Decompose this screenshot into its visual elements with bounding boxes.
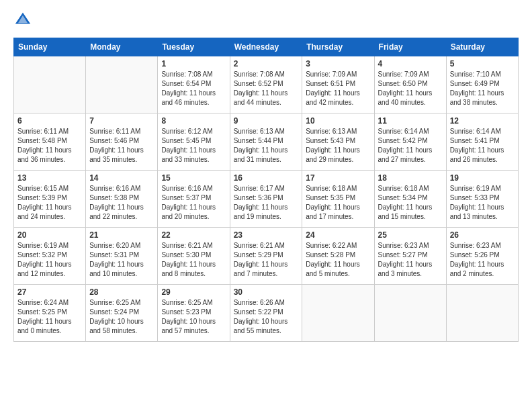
calendar-cell (14, 56, 86, 113)
day-info: Sunrise: 6:25 AM Sunset: 5:24 PM Dayligh… (89, 298, 154, 336)
calendar-cell: 22Sunrise: 6:21 AM Sunset: 5:30 PM Dayli… (158, 228, 230, 285)
calendar-cell: 14Sunrise: 6:16 AM Sunset: 5:38 PM Dayli… (86, 171, 158, 228)
day-number: 7 (89, 116, 154, 126)
calendar-cell: 13Sunrise: 6:15 AM Sunset: 5:39 PM Dayli… (14, 171, 86, 228)
calendar-header-wednesday: Wednesday (230, 38, 302, 56)
day-number: 27 (17, 287, 82, 297)
calendar-cell (86, 56, 158, 113)
day-info: Sunrise: 6:25 AM Sunset: 5:23 PM Dayligh… (161, 298, 226, 336)
calendar-header-thursday: Thursday (302, 38, 374, 56)
calendar-cell: 7Sunrise: 6:11 AM Sunset: 5:46 PM Daylig… (86, 113, 158, 171)
calendar-header-row: SundayMondayTuesdayWednesdayThursdayFrid… (14, 38, 519, 56)
calendar-cell: 4Sunrise: 7:09 AM Sunset: 6:50 PM Daylig… (374, 56, 446, 113)
calendar-cell (302, 285, 374, 342)
calendar-cell: 6Sunrise: 6:11 AM Sunset: 5:48 PM Daylig… (14, 113, 86, 171)
day-info: Sunrise: 6:17 AM Sunset: 5:36 PM Dayligh… (234, 184, 299, 222)
day-info: Sunrise: 6:22 AM Sunset: 5:28 PM Dayligh… (306, 241, 370, 279)
day-number: 13 (17, 173, 82, 183)
calendar-cell: 12Sunrise: 6:14 AM Sunset: 5:41 PM Dayli… (446, 113, 518, 171)
day-info: Sunrise: 6:24 AM Sunset: 5:25 PM Dayligh… (17, 298, 82, 336)
day-number: 20 (17, 230, 82, 240)
day-info: Sunrise: 7:08 AM Sunset: 6:54 PM Dayligh… (161, 70, 226, 107)
calendar-cell: 1Sunrise: 7:08 AM Sunset: 6:54 PM Daylig… (158, 56, 230, 113)
day-number: 14 (89, 173, 154, 183)
calendar-cell: 3Sunrise: 7:09 AM Sunset: 6:51 PM Daylig… (302, 56, 374, 113)
day-number: 3 (306, 59, 370, 68)
calendar-cell: 18Sunrise: 6:18 AM Sunset: 5:34 PM Dayli… (374, 171, 446, 228)
day-number: 29 (161, 287, 226, 297)
calendar-header-sunday: Sunday (14, 38, 86, 56)
day-number: 10 (306, 116, 370, 126)
day-info: Sunrise: 6:18 AM Sunset: 5:35 PM Dayligh… (306, 184, 370, 222)
day-number: 5 (450, 59, 515, 68)
calendar-week-4: 20Sunrise: 6:19 AM Sunset: 5:32 PM Dayli… (14, 228, 519, 285)
day-info: Sunrise: 6:23 AM Sunset: 5:27 PM Dayligh… (378, 241, 443, 279)
calendar-header-monday: Monday (86, 38, 158, 56)
day-number: 18 (378, 173, 443, 183)
day-number: 25 (378, 230, 443, 240)
calendar-header-tuesday: Tuesday (158, 38, 230, 56)
calendar-cell: 20Sunrise: 6:19 AM Sunset: 5:32 PM Dayli… (14, 228, 86, 285)
calendar-cell: 23Sunrise: 6:21 AM Sunset: 5:29 PM Dayli… (230, 228, 302, 285)
calendar-cell: 26Sunrise: 6:23 AM Sunset: 5:26 PM Dayli… (446, 228, 518, 285)
day-info: Sunrise: 6:19 AM Sunset: 5:32 PM Dayligh… (17, 241, 82, 279)
day-number: 12 (450, 116, 515, 126)
calendar-cell (446, 285, 518, 342)
calendar-cell (374, 285, 446, 342)
day-number: 17 (306, 173, 370, 183)
day-number: 6 (17, 116, 82, 126)
day-info: Sunrise: 7:08 AM Sunset: 6:52 PM Dayligh… (234, 70, 299, 107)
calendar-cell: 24Sunrise: 6:22 AM Sunset: 5:28 PM Dayli… (302, 228, 374, 285)
calendar-week-2: 6Sunrise: 6:11 AM Sunset: 5:48 PM Daylig… (14, 113, 519, 171)
logo (13, 11, 35, 30)
calendar-cell: 11Sunrise: 6:14 AM Sunset: 5:42 PM Dayli… (374, 113, 446, 171)
calendar-cell: 9Sunrise: 6:13 AM Sunset: 5:44 PM Daylig… (230, 113, 302, 171)
calendar-cell: 2Sunrise: 7:08 AM Sunset: 6:52 PM Daylig… (230, 56, 302, 113)
day-info: Sunrise: 6:23 AM Sunset: 5:26 PM Dayligh… (450, 241, 515, 279)
day-info: Sunrise: 6:20 AM Sunset: 5:31 PM Dayligh… (89, 241, 154, 279)
day-info: Sunrise: 6:16 AM Sunset: 5:38 PM Dayligh… (89, 184, 154, 222)
day-number: 24 (306, 230, 370, 240)
day-number: 8 (161, 116, 226, 126)
calendar-cell: 27Sunrise: 6:24 AM Sunset: 5:25 PM Dayli… (14, 285, 86, 342)
day-number: 22 (161, 230, 226, 240)
calendar-header-friday: Friday (374, 38, 446, 56)
day-number: 23 (234, 230, 299, 240)
day-number: 28 (89, 287, 154, 297)
day-number: 4 (378, 59, 443, 68)
day-info: Sunrise: 7:10 AM Sunset: 6:49 PM Dayligh… (450, 70, 515, 107)
calendar-cell: 30Sunrise: 6:26 AM Sunset: 5:22 PM Dayli… (230, 285, 302, 342)
day-info: Sunrise: 7:09 AM Sunset: 6:50 PM Dayligh… (378, 70, 443, 107)
calendar-cell: 16Sunrise: 6:17 AM Sunset: 5:36 PM Dayli… (230, 171, 302, 228)
day-number: 26 (450, 230, 515, 240)
calendar-cell: 19Sunrise: 6:19 AM Sunset: 5:33 PM Dayli… (446, 171, 518, 228)
header (13, 11, 519, 30)
day-info: Sunrise: 6:14 AM Sunset: 5:41 PM Dayligh… (450, 127, 515, 165)
calendar-cell: 5Sunrise: 7:10 AM Sunset: 6:49 PM Daylig… (446, 56, 518, 113)
calendar-cell: 10Sunrise: 6:13 AM Sunset: 5:43 PM Dayli… (302, 113, 374, 171)
day-number: 2 (234, 59, 299, 68)
day-number: 9 (234, 116, 299, 126)
calendar-cell: 8Sunrise: 6:12 AM Sunset: 5:45 PM Daylig… (158, 113, 230, 171)
day-info: Sunrise: 6:16 AM Sunset: 5:37 PM Dayligh… (161, 184, 226, 222)
calendar-cell: 29Sunrise: 6:25 AM Sunset: 5:23 PM Dayli… (158, 285, 230, 342)
day-info: Sunrise: 6:19 AM Sunset: 5:33 PM Dayligh… (450, 184, 515, 222)
calendar-week-3: 13Sunrise: 6:15 AM Sunset: 5:39 PM Dayli… (14, 171, 519, 228)
calendar-cell: 21Sunrise: 6:20 AM Sunset: 5:31 PM Dayli… (86, 228, 158, 285)
day-number: 11 (378, 116, 443, 126)
day-number: 15 (161, 173, 226, 183)
calendar-header-saturday: Saturday (446, 38, 518, 56)
day-info: Sunrise: 6:11 AM Sunset: 5:46 PM Dayligh… (89, 127, 154, 165)
day-info: Sunrise: 7:09 AM Sunset: 6:51 PM Dayligh… (306, 70, 370, 107)
day-info: Sunrise: 6:11 AM Sunset: 5:48 PM Dayligh… (17, 127, 82, 165)
day-info: Sunrise: 6:15 AM Sunset: 5:39 PM Dayligh… (17, 184, 82, 222)
day-number: 21 (89, 230, 154, 240)
day-info: Sunrise: 6:13 AM Sunset: 5:43 PM Dayligh… (306, 127, 370, 165)
day-info: Sunrise: 6:21 AM Sunset: 5:29 PM Dayligh… (234, 241, 299, 279)
day-number: 1 (161, 59, 226, 68)
logo-icon (13, 11, 32, 30)
calendar-cell: 17Sunrise: 6:18 AM Sunset: 5:35 PM Dayli… (302, 171, 374, 228)
day-info: Sunrise: 6:21 AM Sunset: 5:30 PM Dayligh… (161, 241, 226, 279)
day-info: Sunrise: 6:26 AM Sunset: 5:22 PM Dayligh… (234, 298, 299, 336)
calendar-week-5: 27Sunrise: 6:24 AM Sunset: 5:25 PM Dayli… (14, 285, 519, 342)
